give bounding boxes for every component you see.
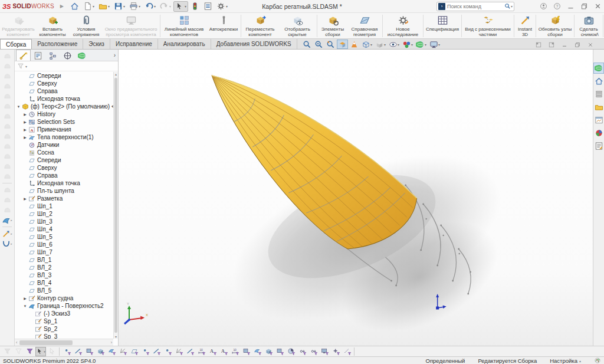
- viewport-canvas[interactable]: Y X: [119, 50, 593, 346]
- tree-item[interactable]: Шп_3: [15, 218, 113, 225]
- tree-item[interactable]: Сверху: [15, 164, 113, 172]
- filter-midpoints-button[interactable]: [162, 347, 173, 356]
- filter-surface-bodies-button[interactable]: [106, 347, 117, 356]
- tab-сборка[interactable]: Сборка: [0, 39, 32, 49]
- tree-item[interactable]: ▼(ф) Теор<2> (По умолчанию) <<По ум: [15, 103, 113, 110]
- doc-minimize-button[interactable]: [560, 41, 569, 49]
- doc-window-1-button[interactable]: [534, 41, 543, 49]
- filter-weld-symbols-button[interactable]: [241, 347, 251, 356]
- filter-routing-points-button[interactable]: [308, 347, 319, 356]
- filter-edges-button[interactable]: [73, 347, 83, 356]
- scroll-up-icon[interactable]: ▴: [114, 72, 118, 76]
- command-search[interactable]: › ▾: [436, 2, 514, 11]
- doc-restore-button[interactable]: [573, 41, 582, 49]
- undo-button[interactable]: ▾: [143, 1, 157, 12]
- ribbon-reference-geometry-button[interactable]: Справочная геометрия▾: [347, 14, 382, 38]
- tree-item[interactable]: ▶AПримечания: [15, 126, 113, 133]
- tree-expander-icon[interactable]: ▼: [16, 105, 21, 109]
- tab-исправление[interactable]: Исправление: [110, 39, 158, 49]
- tree-item[interactable]: ▼Граница - Поверхность2: [15, 302, 113, 310]
- view-settings-button[interactable]: ▾: [428, 40, 441, 49]
- file-explorer-tab[interactable]: [593, 101, 604, 113]
- scroll-down-icon[interactable]: ▾: [114, 335, 118, 339]
- configuration-caret-icon[interactable]: ▴: [579, 359, 581, 363]
- tree-item[interactable]: Спереди: [15, 156, 113, 164]
- zoom-to-area-button[interactable]: [313, 40, 324, 49]
- tree-item[interactable]: Справа: [15, 87, 113, 95]
- tree-item[interactable]: ▶Разметка: [15, 195, 113, 202]
- ribbon-exploded-view-button[interactable]: Вид с разнесенными частями▾: [462, 14, 513, 38]
- search-caret-icon[interactable]: ▾: [511, 4, 513, 8]
- ribbon-assembly-features-button[interactable]: Элементы сборки▾: [318, 14, 347, 38]
- tree-item[interactable]: ▶History: [15, 110, 113, 118]
- tab-эскиз[interactable]: Эскиз: [83, 39, 110, 49]
- tree-vertical-scrollbar[interactable]: ▴ ▾: [113, 72, 118, 339]
- select-tool-button[interactable]: ▾: [35, 347, 46, 356]
- search-scope-icon[interactable]: ›: [438, 3, 445, 10]
- tree-item[interactable]: Датчики: [15, 141, 113, 149]
- ribbon-mates-button[interactable]: Условия сопряжения: [70, 14, 103, 38]
- redo-button[interactable]: ▾: [158, 1, 173, 12]
- curves-button[interactable]: ▸: [2, 239, 13, 248]
- hide-show-items-button[interactable]: ▾: [388, 40, 401, 49]
- appearances-scenes-tab[interactable]: [593, 127, 604, 139]
- tree-horizontal-scrollbar[interactable]: ‹ ›: [15, 339, 113, 346]
- tree-expander-icon[interactable]: ▼: [22, 304, 28, 308]
- ribbon-speedpak-button[interactable]: Обновить узлы сборки SpeedPak: [537, 14, 573, 38]
- tree-expander-icon[interactable]: ▶: [22, 135, 28, 139]
- filter-pie-button[interactable]: [285, 347, 296, 356]
- tree-item[interactable]: Sp_1: [15, 317, 113, 325]
- scroll-left-icon[interactable]: ‹: [16, 340, 17, 345]
- ribbon-move-component-button[interactable]: Переместить компонент▾: [242, 14, 278, 38]
- close-button[interactable]: [593, 2, 602, 11]
- filter-datums-button[interactable]: 10: [229, 347, 240, 356]
- section-view-button[interactable]: [337, 40, 348, 49]
- tree-item[interactable]: Исходная точка: [15, 179, 113, 187]
- rebuild-button[interactable]: [189, 1, 201, 12]
- scrollbar-thumb[interactable]: [19, 340, 73, 345]
- filter-vertices-button[interactable]: [61, 347, 72, 356]
- assembly-visualization-button[interactable]: [349, 40, 360, 49]
- help-button[interactable]: ?: [553, 2, 561, 11]
- tab-расположение[interactable]: Расположение: [32, 39, 83, 49]
- tree-item[interactable]: ВЛ_2: [15, 264, 113, 271]
- ribbon-collapse-button[interactable]: ∧: [595, 31, 599, 37]
- menu-flyout-icon[interactable]: ▶: [60, 4, 64, 9]
- zoom-fit-button[interactable]: [301, 40, 313, 49]
- filter-funnel-icon[interactable]: [17, 63, 24, 70]
- print-button[interactable]: ▾: [127, 1, 142, 12]
- ribbon-bom-button[interactable]: Спецификация: [424, 14, 461, 38]
- view-palette-tab[interactable]: [593, 114, 604, 126]
- panel-tab-configuration-manager[interactable]: [45, 50, 60, 61]
- tree-item[interactable]: Пл-ть шпунта: [15, 187, 113, 195]
- tree-item[interactable]: ▶Тела поверхности(1): [15, 133, 113, 141]
- filter-sketch-segments-button[interactable]: [151, 347, 162, 356]
- tree-expander-icon[interactable]: ▶: [22, 296, 28, 300]
- ribbon-show-hidden-button[interactable]: Отобразить скрытые компоненты▾: [278, 14, 316, 38]
- apply-scene-button[interactable]: ▾: [415, 40, 428, 49]
- solidworks-resources-tab[interactable]: [593, 76, 604, 87]
- user-button[interactable]: [539, 2, 547, 11]
- panel-tab-dimxpert-manager[interactable]: [60, 50, 75, 61]
- filter-dimensions-button[interactable]: 10: [196, 347, 206, 356]
- configuration-label[interactable]: Настройка: [550, 358, 577, 364]
- edit-appearance-button[interactable]: ▾: [401, 40, 414, 49]
- filter-reference-points-button[interactable]: [330, 347, 341, 356]
- tree-expander-icon[interactable]: ▶: [22, 112, 28, 116]
- tree-filter-row[interactable]: ▾: [15, 61, 118, 71]
- doc-close-button[interactable]: [586, 41, 595, 49]
- tab-анализировать[interactable]: Анализировать: [158, 39, 211, 49]
- surfaces-button[interactable]: ▸: [2, 215, 13, 225]
- ribbon-linear-pattern-button[interactable]: Линейный массив компонентов▾: [161, 14, 207, 38]
- home-button[interactable]: [68, 1, 81, 12]
- tree-item[interactable]: ВЛ_4: [15, 279, 113, 287]
- tree-expander-icon[interactable]: ▶: [22, 127, 28, 132]
- tags-icon[interactable]: [594, 357, 601, 364]
- doc-window-2-button[interactable]: [547, 41, 556, 49]
- tree-item[interactable]: ВЛ_3: [15, 271, 113, 279]
- design-library-tab[interactable]: [593, 88, 604, 100]
- filter-caret-icon[interactable]: ▾: [25, 64, 27, 68]
- ribbon-smart-fasteners-button[interactable]: Автокрепежи: [207, 14, 240, 38]
- filter-hatch-button[interactable]: [274, 347, 285, 356]
- tree-item[interactable]: Sp_3: [15, 333, 113, 339]
